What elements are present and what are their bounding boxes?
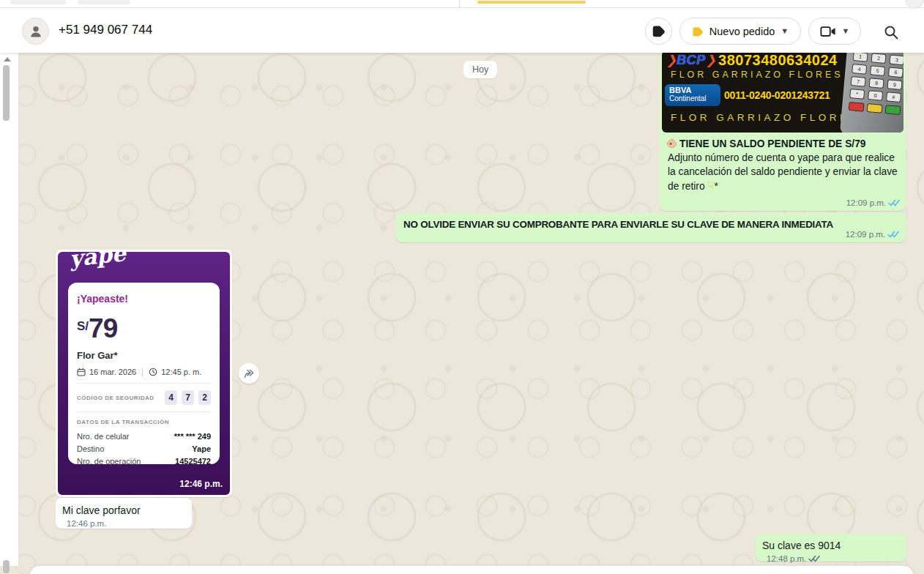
message-text: Mi clave porfavor — [62, 504, 141, 516]
timestamp: 12:46 p.m. — [179, 479, 223, 489]
search-button[interactable] — [882, 23, 901, 42]
message-text: TIENE UN SALDO PENDIENTE DE S/79 Adjunto… — [662, 133, 903, 193]
transaction-rows: Nro. de celular *** *** 249 Destino Yape… — [77, 430, 211, 468]
browser-top-strip — [0, 0, 924, 8]
new-order-label: Nuevo pedido — [709, 26, 775, 37]
recipient-name: Flor Gar* — [77, 350, 211, 361]
row-value: 14525472 — [175, 455, 211, 468]
separator — [142, 368, 143, 376]
saldo-suffix: * — [715, 181, 718, 192]
security-code-digits: 4 7 2 — [165, 390, 211, 405]
divider — [77, 383, 211, 384]
account-holder-name: FLOR GARRIAZO FLORES — [671, 70, 843, 80]
yape-title: ¡Yapeaste! — [77, 293, 211, 305]
message-meta: 12:09 p.m. — [846, 198, 900, 207]
transaction-row: Nro. de operación 14525472 — [77, 455, 211, 468]
row-label: Nro. de operación — [77, 455, 141, 468]
yape-datetime-row: 16 mar. 2026 12:45 p. m. — [77, 368, 211, 376]
saldo-title: TIENE UN SALDO PENDIENTE DE S/79 — [668, 137, 898, 151]
message-composer-panel[interactable] — [29, 565, 914, 574]
message-meta: 12:46 p.m. — [67, 519, 106, 528]
message-key: Su clave es 9014 12:48 p.m. — [756, 534, 906, 562]
bcp-logo: BCP — [677, 53, 706, 68]
transaction-data-label: DATOS DE LA TRANSACCIÓN — [77, 419, 211, 425]
pos-key: 3 — [889, 55, 903, 66]
bank-accounts-image[interactable]: ❯BCP❯ 38073480634024 FLOR GARRIAZO FLORE… — [662, 51, 903, 133]
scroll-up-arrow[interactable] — [4, 57, 11, 61]
pos-key: 4 — [852, 64, 867, 75]
message-meta: 12:09 p.m. — [846, 230, 899, 239]
amount-value: 79 — [89, 313, 117, 343]
yape-time: 12:45 p. m. — [161, 368, 201, 376]
bbva-account-row: BBVA Continental 0011-0240-0201243721 — [665, 84, 830, 106]
whatsapp-crm-window: +51 949 067 744 Nuevo pedido ▼ ▼ — [0, 0, 924, 574]
contact-phone-number[interactable]: +51 949 067 744 — [59, 23, 152, 37]
top-right-avatar-circle[interactable] — [905, 0, 924, 9]
transaction-row: Nro. de celular *** *** 249 — [77, 430, 211, 443]
timestamp: 12:09 p.m. — [846, 230, 885, 239]
yape-amount: S/79 — [77, 313, 211, 344]
pos-key: 6 — [888, 67, 903, 78]
calendar-icon — [77, 368, 86, 376]
row-label: Destino — [77, 443, 104, 455]
top-tab-placeholder[interactable] — [78, 0, 130, 4]
bbva-sub: Continental — [669, 95, 716, 103]
contact-avatar[interactable] — [22, 18, 49, 45]
pos-function-keys — [849, 102, 903, 116]
top-divider — [459, 0, 460, 8]
point-down-emoji-icon: ☟ — [707, 179, 714, 192]
read-ticks-icon — [888, 199, 900, 207]
message-text: NO OLVIDE ENVIAR SU COMPROBANTE PARA ENV… — [403, 219, 833, 230]
active-tab-indicator — [477, 1, 586, 4]
left-scrollbar-track — [0, 45, 19, 566]
chevron-down-icon: ▼ — [842, 27, 850, 35]
pos-cancel-key — [849, 102, 865, 112]
top-tab-placeholder[interactable] — [10, 0, 66, 4]
bcp-chevron-icon: ❯ — [666, 53, 677, 68]
yape-date: 16 mar. 2026 — [89, 368, 136, 376]
scrollbar-thumb-bottom[interactable] — [3, 560, 10, 573]
read-ticks-icon — [887, 231, 899, 239]
bcp-account-row: ❯BCP❯ 38073480634024 — [666, 52, 838, 69]
pos-key: 5 — [870, 65, 885, 76]
yape-receipt-card: ¡Yapeaste! S/79 Flor Gar* 16 mar. 2026 — [68, 283, 220, 464]
clock-icon — [149, 368, 157, 376]
pos-key: 7 — [851, 76, 866, 87]
scrollbar-thumb[interactable] — [3, 65, 10, 121]
tag-icon — [652, 24, 666, 38]
security-digit: 7 — [182, 390, 194, 405]
pos-clear-key — [867, 103, 883, 113]
timestamp: 12:48 p.m. — [767, 554, 806, 563]
row-value: *** *** 249 — [174, 430, 211, 443]
message-saldo-pendiente: ❯BCP❯ 38073480634024 FLOR GARRIAZO FLORE… — [660, 48, 906, 211]
pos-key: 0 — [868, 90, 883, 101]
message-yape-receipt[interactable]: yape ¡Yapeaste! S/79 Flor Gar* — [56, 250, 232, 497]
bcp-chevron-icon: ❯ — [706, 53, 716, 68]
bcp-account-number: 38073480634024 — [718, 52, 838, 69]
pos-key: * — [849, 89, 865, 100]
pos-keypad: 1 2 3 4 5 6 7 8 9 * 0 # — [849, 51, 903, 103]
bbva-brand: BBVA — [669, 86, 716, 95]
tag-button[interactable] — [645, 18, 672, 45]
bbva-account-number: 0011-0240-0201243721 — [724, 89, 830, 101]
new-order-button[interactable]: Nuevo pedido ▼ — [679, 18, 801, 45]
chat-header: +51 949 067 744 Nuevo pedido ▼ ▼ — [0, 8, 924, 53]
pos-key: 8 — [869, 78, 884, 89]
delivered-ticks-icon — [808, 555, 820, 563]
pos-key: # — [886, 92, 901, 102]
security-code-label: CÓDIGO DE SEGURIDAD — [77, 395, 154, 401]
forward-icon — [242, 367, 256, 380]
chevron-down-icon: ▼ — [780, 27, 789, 35]
video-call-button[interactable]: ▼ — [808, 18, 861, 45]
forward-message-button[interactable] — [239, 363, 259, 384]
security-code-row: CÓDIGO DE SEGURIDAD 4 7 2 — [77, 390, 211, 405]
pos-key: 2 — [871, 53, 887, 64]
video-camera-icon — [820, 25, 836, 38]
message-text: Su clave es 9014 — [762, 540, 841, 551]
pos-key: 1 — [853, 51, 868, 62]
message-meta: 12:48 p.m. — [767, 554, 820, 563]
message-comprobante: NO OLVIDE ENVIAR SU COMPROBANTE PARA ENV… — [396, 213, 906, 242]
account-holder-name: FLOR GARRIAZO FLORES — [671, 112, 860, 123]
search-icon — [883, 24, 899, 40]
saldo-body: Adjunto número de cuenta o yape para que… — [668, 151, 898, 193]
